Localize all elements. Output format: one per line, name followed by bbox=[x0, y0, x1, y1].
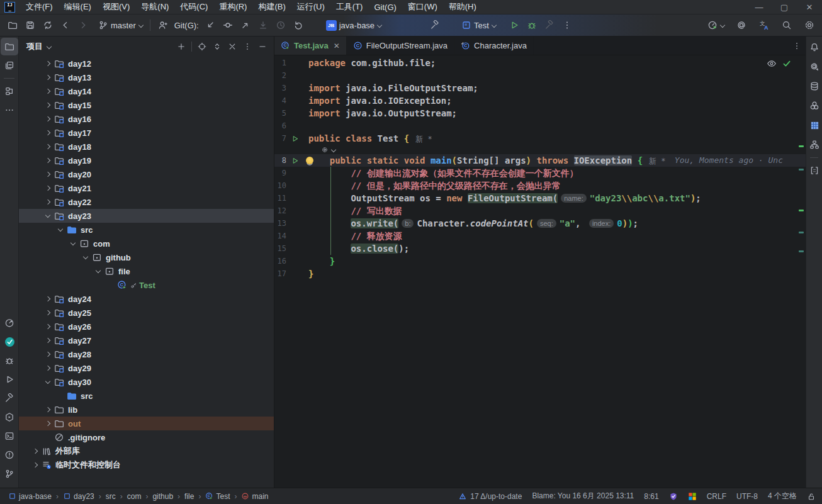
tab-Test.java[interactable]: CTest.java✕ bbox=[274, 36, 347, 55]
minimize-window-button[interactable]: — bbox=[746, 0, 772, 14]
tree-item-day28[interactable]: day28 bbox=[19, 347, 274, 361]
breadcrumb-file[interactable]: file bbox=[183, 492, 196, 501]
line-number[interactable]: 7 bbox=[274, 134, 286, 143]
run-config-widget[interactable]: Test bbox=[459, 16, 499, 34]
chevron-right-icon[interactable] bbox=[43, 363, 53, 374]
code-line-5[interactable]: 5import java.io.OutputStream; bbox=[274, 107, 806, 120]
open-folder-button[interactable] bbox=[4, 16, 21, 34]
code-vision-author[interactable]: You, Moments ago · Unc bbox=[675, 154, 783, 167]
tree-item-.gitignore[interactable]: .gitignore bbox=[19, 430, 274, 444]
debug-button[interactable] bbox=[523, 16, 541, 34]
menu-item-3[interactable]: 视图(V) bbox=[97, 0, 135, 14]
left-bar-debug-tw-button[interactable] bbox=[1, 352, 18, 369]
line-number[interactable]: 3 bbox=[274, 84, 286, 92]
tree-item-day12[interactable]: day12 bbox=[19, 57, 274, 70]
tree-item-day29[interactable]: day29 bbox=[19, 361, 274, 375]
chevron-down-icon[interactable] bbox=[55, 225, 66, 235]
add-user-button[interactable] bbox=[154, 16, 172, 34]
status-plugin-purple[interactable] bbox=[669, 492, 678, 501]
menu-item-8[interactable]: 运行(U) bbox=[291, 0, 330, 14]
tree-item-外部库[interactable]: 外部库 bbox=[19, 444, 274, 458]
left-bar-meter-button[interactable] bbox=[1, 314, 18, 332]
chevron-right-icon[interactable] bbox=[43, 114, 53, 125]
left-bar-services-button[interactable] bbox=[1, 408, 18, 426]
chevron-right-icon[interactable] bbox=[43, 349, 53, 360]
close-window-button[interactable]: ✕ bbox=[797, 0, 822, 14]
breadcrumb-day23[interactable]: day23 bbox=[61, 492, 96, 501]
build-button[interactable] bbox=[426, 16, 444, 34]
project-expand-all-button[interactable] bbox=[210, 39, 225, 54]
chevron-right-icon[interactable] bbox=[43, 142, 53, 152]
code-line-2[interactable]: 2 bbox=[274, 69, 806, 82]
git-commit-button[interactable] bbox=[219, 16, 237, 34]
chevron-right-icon[interactable] bbox=[43, 59, 53, 69]
app-logo-icon[interactable]: IJ_ bbox=[4, 2, 15, 13]
tree-item-day17[interactable]: day17 bbox=[19, 126, 274, 140]
left-bar-vcs-branch-button[interactable] bbox=[1, 465, 18, 483]
project-locate-button[interactable] bbox=[194, 39, 210, 54]
line-number[interactable]: 11 bbox=[274, 194, 286, 203]
project-add-button[interactable] bbox=[174, 39, 189, 54]
run-kebab-button[interactable] bbox=[558, 16, 576, 34]
tree-item-day23[interactable]: day23 bbox=[19, 209, 274, 223]
tree-item-day24[interactable]: day24 bbox=[19, 292, 274, 306]
sync-button[interactable] bbox=[39, 16, 57, 34]
profiler-button[interactable] bbox=[705, 16, 728, 34]
chevron-right-icon[interactable] bbox=[43, 418, 53, 429]
git-push-button[interactable] bbox=[237, 16, 254, 34]
chevron-right-icon[interactable] bbox=[43, 169, 53, 180]
project-panel-title[interactable]: 项目 bbox=[26, 41, 52, 52]
chevron-right-icon[interactable] bbox=[43, 308, 53, 318]
status-indent[interactable]: 4 个空格 bbox=[768, 491, 797, 501]
project-more-button[interactable] bbox=[240, 39, 255, 54]
tree-item-day30[interactable]: day30 bbox=[19, 375, 274, 389]
maximize-window-button[interactable]: ▢ bbox=[772, 0, 797, 14]
menu-item-2[interactable]: 编辑(E) bbox=[59, 0, 97, 14]
line-number[interactable]: 2 bbox=[274, 71, 286, 80]
ai-assistant-button[interactable] bbox=[733, 16, 750, 34]
right-bar-grid-plugin-button[interactable] bbox=[807, 116, 822, 134]
project-hide-button[interactable] bbox=[255, 39, 270, 54]
code-line-16[interactable]: 16 } bbox=[274, 255, 806, 267]
tab-FileOutputStream.java[interactable]: CFileOutputStream.java bbox=[347, 36, 454, 55]
line-number[interactable]: 17 bbox=[274, 269, 286, 278]
tree-item-day22[interactable]: day22 bbox=[19, 195, 274, 209]
chevron-right-icon[interactable] bbox=[30, 460, 41, 471]
tree-item-day21[interactable]: day21 bbox=[19, 181, 274, 195]
tree-item-临时文件和控制台[interactable]: 临时文件和控制台 bbox=[19, 458, 274, 472]
right-bar-brackets-button[interactable] bbox=[807, 162, 822, 179]
line-number[interactable]: 16 bbox=[274, 257, 286, 266]
project-collapse-all-button[interactable] bbox=[225, 39, 240, 54]
code-line-8[interactable]: 8 public static void main(String[] args)… bbox=[274, 154, 806, 167]
close-icon[interactable]: ✕ bbox=[334, 42, 340, 50]
code-line-15[interactable]: 15 os.close(); bbox=[274, 242, 806, 255]
status-git-incoming[interactable]: 17 Δ/up-to-date bbox=[458, 492, 522, 501]
left-bar-structure-button[interactable] bbox=[1, 82, 18, 100]
history-button[interactable] bbox=[272, 16, 290, 34]
tree-item-day20[interactable]: day20 bbox=[19, 167, 274, 181]
chevron-down-icon[interactable] bbox=[93, 266, 104, 277]
chevron-right-icon[interactable] bbox=[30, 446, 41, 457]
tree-item-day16[interactable]: day16 bbox=[19, 112, 274, 126]
rollback-button[interactable] bbox=[290, 16, 307, 34]
line-number[interactable]: 13 bbox=[274, 219, 286, 228]
menu-item-5[interactable]: 代码(C) bbox=[174, 0, 213, 14]
line-number[interactable]: 9 bbox=[274, 169, 286, 177]
menu-item-4[interactable]: 导航(N) bbox=[135, 0, 174, 14]
breadcrumb-github[interactable]: github bbox=[150, 492, 175, 501]
project-widget[interactable]: JB java-base bbox=[324, 16, 385, 34]
line-number[interactable]: 4 bbox=[274, 96, 286, 105]
intention-bulb-icon[interactable] bbox=[306, 157, 313, 164]
menu-item-6[interactable]: 重构(R) bbox=[213, 0, 252, 14]
code-line-12[interactable]: 12 // 写出数据 bbox=[274, 204, 806, 217]
right-bar-ai-assistant-button[interactable] bbox=[807, 58, 822, 76]
tree-item-day13[interactable]: day13 bbox=[19, 70, 274, 84]
right-bar-hierarchy-button[interactable] bbox=[807, 136, 822, 154]
tab-Character.java[interactable]: CCharacter.java bbox=[454, 36, 534, 55]
breadcrumb-Test[interactable]: CTest bbox=[203, 492, 232, 501]
tab-list-kebab-button[interactable] bbox=[788, 36, 806, 55]
line-number[interactable]: 5 bbox=[274, 109, 286, 118]
status-ime[interactable] bbox=[688, 492, 697, 501]
menu-item-11[interactable]: 窗口(W) bbox=[402, 0, 443, 14]
run-more-button[interactable] bbox=[541, 16, 558, 34]
